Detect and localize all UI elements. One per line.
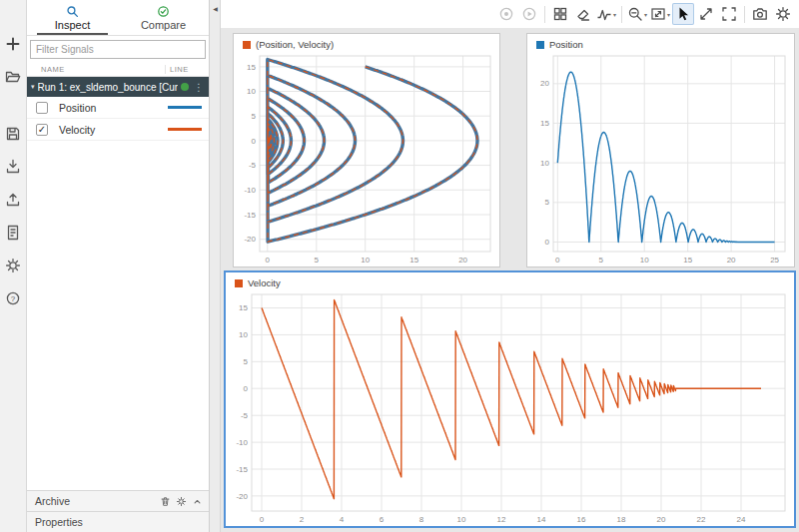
record-icon[interactable] [495, 3, 517, 25]
chevron-down-icon: ▾ [613, 11, 616, 18]
svg-text:15: 15 [683, 256, 692, 265]
panel-collapse-strip: ◀ [210, 0, 221, 532]
fit-view-icon[interactable]: ▾ [649, 3, 671, 25]
svg-text:0: 0 [252, 137, 257, 146]
tab-compare[interactable]: Compare [118, 0, 209, 35]
svg-text:8: 8 [419, 515, 424, 524]
folder-icon [5, 69, 21, 85]
plus-icon [5, 36, 21, 52]
report-button[interactable] [3, 223, 23, 243]
column-name: NAME [27, 65, 165, 74]
phase-plot[interactable]: (Position, Velocity) 05101520-20-15-10-5… [233, 33, 500, 267]
velocity-line-swatch [168, 128, 202, 131]
svg-text:5: 5 [252, 112, 257, 121]
svg-text:-20: -20 [244, 235, 256, 244]
plot-title: (Position, Velocity) [256, 39, 334, 50]
svg-text:10: 10 [540, 159, 549, 168]
svg-text:5: 5 [315, 256, 320, 265]
pointer-icon[interactable] [672, 3, 694, 25]
signal-table-header: NAME LINE [27, 62, 209, 77]
legend-swatch [536, 41, 544, 49]
kebab-menu-icon[interactable]: ⋮ [192, 82, 204, 93]
import-icon [5, 159, 21, 175]
legend-swatch [235, 279, 243, 287]
camera-icon[interactable] [749, 3, 771, 25]
svg-text:5: 5 [545, 198, 550, 207]
properties-label: Properties [35, 516, 83, 528]
svg-text:15: 15 [540, 119, 549, 128]
gear-icon [5, 258, 21, 273]
svg-text:5: 5 [599, 256, 604, 265]
svg-text:15: 15 [239, 303, 248, 312]
velocity-plot-canvas: 024681012141618202224-20-15-10-5051015 [226, 272, 794, 526]
velocity-plot[interactable]: Velocity 024681012141618202224-20-15-10-… [224, 270, 796, 528]
svg-text:15: 15 [247, 63, 256, 72]
svg-text:12: 12 [497, 515, 506, 524]
fullscreen-icon[interactable] [718, 3, 740, 25]
svg-text:20: 20 [458, 256, 467, 265]
waveform-icon[interactable]: ▾ [595, 3, 617, 25]
svg-text:10: 10 [239, 330, 248, 339]
svg-text:0: 0 [545, 238, 550, 247]
pan-arrows-icon[interactable] [695, 3, 717, 25]
left-toolstrip: ? [0, 0, 27, 532]
chevron-down-icon: ▾ [644, 11, 647, 18]
gear-icon[interactable] [176, 496, 187, 507]
signal-row-position[interactable]: Position [27, 97, 209, 119]
svg-text:-15: -15 [244, 211, 256, 220]
svg-text:0: 0 [266, 256, 271, 265]
sidebar-tabs: Inspect Compare [27, 0, 209, 36]
collapse-panel-button[interactable]: ◀ [210, 3, 221, 16]
position-plot[interactable]: Position 051015202505101520 [526, 33, 795, 267]
grid-layout-icon[interactable] [549, 3, 571, 25]
toolbar-separator [744, 6, 745, 23]
svg-text:10: 10 [640, 256, 649, 265]
archive-bar[interactable]: Archive [27, 490, 209, 511]
svg-text:20: 20 [657, 515, 666, 524]
svg-text:25: 25 [770, 256, 779, 265]
trash-icon[interactable] [160, 496, 171, 507]
svg-text:10: 10 [247, 87, 256, 96]
svg-text:-20: -20 [236, 492, 248, 501]
svg-text:14: 14 [537, 515, 546, 524]
properties-bar[interactable]: Properties [27, 511, 209, 532]
help-button[interactable]: ? [3, 288, 23, 308]
phase-plot-canvas: 05101520-20-15-10-5051015 [234, 34, 499, 266]
svg-text:20: 20 [540, 79, 549, 88]
zoom-icon[interactable]: ▾ [626, 3, 648, 25]
svg-text:6: 6 [380, 515, 385, 524]
run-row[interactable]: ▾ Run 1: ex_sldemo_bounce [Current] ⋮ [27, 77, 209, 97]
open-button[interactable] [3, 67, 23, 87]
export-button[interactable] [3, 190, 23, 210]
new-button[interactable] [3, 34, 23, 54]
chevron-up-icon[interactable] [192, 496, 203, 507]
velocity-checkbox[interactable]: ✓ [36, 124, 48, 136]
report-icon [5, 225, 21, 241]
svg-text:10: 10 [361, 256, 370, 265]
preferences-button[interactable] [3, 256, 23, 275]
save-icon [5, 126, 21, 142]
svg-text:?: ? [11, 294, 16, 303]
signal-row-velocity[interactable]: ✓ Velocity [27, 119, 209, 141]
expander-icon[interactable]: ▾ [31, 83, 35, 91]
filter-signals-input[interactable] [30, 40, 206, 59]
chevron-down-icon: ▾ [667, 11, 670, 18]
plot-toolbar: ▾ ▾ ▾ [221, 0, 799, 28]
tab-label: Inspect [55, 19, 90, 31]
tab-inspect[interactable]: Inspect [27, 0, 118, 35]
position-line-swatch [168, 106, 202, 109]
svg-text:15: 15 [409, 256, 418, 265]
column-line: LINE [165, 65, 209, 74]
svg-text:-5: -5 [249, 161, 257, 170]
save-button[interactable] [3, 124, 23, 144]
gear-icon[interactable] [772, 3, 794, 25]
position-checkbox[interactable] [36, 102, 48, 114]
plot-title: Position [549, 39, 583, 50]
archive-label: Archive [35, 495, 70, 507]
legend-swatch [243, 41, 251, 49]
svg-text:10: 10 [457, 515, 466, 524]
eraser-icon[interactable] [572, 3, 594, 25]
play-circle-icon[interactable] [518, 3, 540, 25]
signal-name: Position [59, 102, 96, 114]
import-button[interactable] [3, 157, 23, 177]
